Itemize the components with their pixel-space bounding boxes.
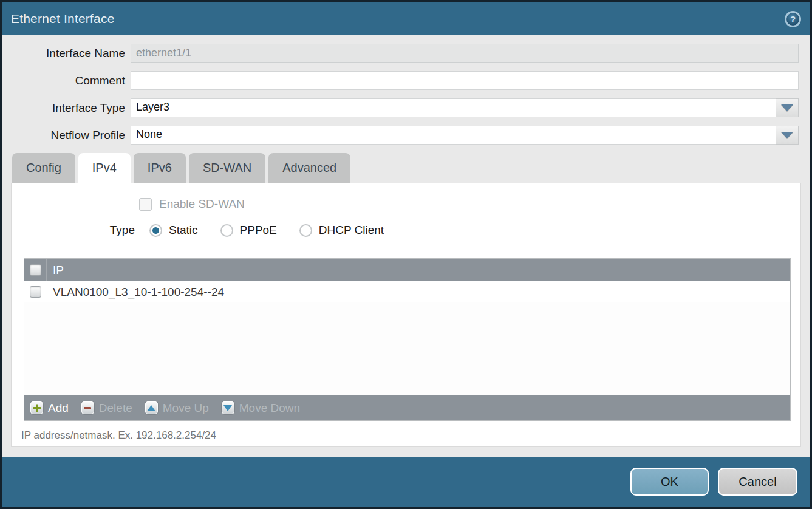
table-empty-area — [24, 302, 790, 395]
tab-bar: Config IPv4 IPv6 SD-WAN Advanced — [12, 153, 810, 183]
move-down-button[interactable]: Move Down — [222, 401, 300, 415]
interface-type-value[interactable]: Layer3 — [131, 98, 776, 117]
ethernet-interface-dialog: Ethernet Interface ? Interface Name Comm… — [0, 0, 812, 509]
ip-format-hint: IP address/netmask. Ex. 192.168.2.254/24 — [21, 429, 800, 442]
select-all-checkbox[interactable] — [30, 264, 41, 276]
triangle-down-glyph — [781, 104, 793, 111]
dialog-titlebar: Ethernet Interface ? — [2, 2, 810, 35]
radio-option-dhcp-client[interactable]: DHCP Client — [299, 224, 384, 237]
radio-dhcp-client[interactable] — [299, 224, 312, 237]
ip-column-header: IP — [47, 264, 64, 277]
comment-input[interactable] — [131, 71, 799, 90]
help-icon[interactable]: ? — [785, 11, 801, 27]
radio-dhcp-client-label: DHCP Client — [319, 224, 384, 237]
interface-name-row: Interface Name — [11, 44, 799, 63]
ip-table-header: IP — [24, 259, 790, 281]
ok-button[interactable]: OK — [630, 468, 709, 496]
move-up-button-label: Move Up — [163, 401, 209, 415]
interface-type-label: Interface Type — [11, 101, 125, 115]
interface-type-row: Interface Type Layer3 — [11, 98, 799, 117]
radio-pppoe-label: PPPoE — [240, 224, 277, 237]
radio-option-pppoe[interactable]: PPPoE — [220, 224, 277, 237]
select-all-cell — [24, 259, 47, 281]
interface-name-label: Interface Name — [11, 47, 125, 60]
table-row[interactable]: VLAN0100_L3_10-1-100-254--24 — [24, 281, 790, 302]
netflow-profile-dropdown[interactable]: None — [131, 126, 799, 145]
netflow-profile-label: Netflow Profile — [11, 129, 125, 142]
add-button[interactable]: Add — [30, 401, 69, 415]
delete-button[interactable]: Delete — [81, 401, 132, 415]
chevron-down-icon[interactable] — [776, 98, 799, 117]
ip-cell-value[interactable]: VLAN0100_L3_10-1-100-254--24 — [47, 285, 224, 299]
radio-static-label: Static — [169, 224, 198, 237]
enable-sdwan-checkbox — [139, 198, 152, 211]
cancel-button[interactable]: Cancel — [718, 468, 797, 496]
triangle-down-glyph — [781, 132, 793, 138]
row-checkbox-cell — [24, 281, 47, 302]
interface-name-input — [131, 44, 799, 63]
arrow-down-icon — [222, 401, 234, 414]
radio-static[interactable] — [149, 224, 162, 237]
plus-icon — [30, 401, 43, 414]
table-toolbar: Add Delete Move Up Move Down — [24, 395, 790, 420]
ipv4-tab-panel: Enable SD-WAN Type Static PPPoE DHCP Cli… — [11, 183, 801, 447]
tab-ipv6[interactable]: IPv6 — [134, 153, 186, 183]
dialog-title: Ethernet Interface — [11, 12, 115, 26]
comment-label: Comment — [11, 74, 125, 87]
comment-row: Comment — [11, 71, 799, 90]
add-button-label: Add — [48, 401, 69, 415]
move-up-button[interactable]: Move Up — [145, 401, 209, 415]
enable-sdwan-row: Enable SD-WAN — [139, 183, 800, 211]
tab-advanced[interactable]: Advanced — [268, 153, 350, 183]
interface-type-dropdown[interactable]: Layer3 — [131, 98, 799, 117]
chevron-down-icon[interactable] — [776, 126, 799, 145]
radio-pppoe[interactable] — [220, 224, 233, 237]
tab-sd-wan[interactable]: SD-WAN — [189, 153, 265, 183]
netflow-profile-value[interactable]: None — [131, 126, 776, 145]
type-radio-group: Type Static PPPoE DHCP Client — [98, 224, 800, 237]
move-down-button-label: Move Down — [239, 401, 300, 415]
type-label: Type — [98, 224, 135, 237]
minus-icon — [81, 401, 94, 414]
tab-ipv4[interactable]: IPv4 — [78, 153, 131, 183]
row-checkbox[interactable] — [30, 286, 41, 298]
enable-sdwan-label: Enable SD-WAN — [159, 197, 245, 211]
netflow-profile-row: Netflow Profile None — [11, 126, 799, 145]
ip-address-table: IP VLAN0100_L3_10-1-100-254--24 Add Dele… — [24, 258, 791, 421]
tab-config[interactable]: Config — [12, 153, 75, 183]
arrow-up-icon — [145, 401, 158, 414]
dialog-footer: OK Cancel — [2, 457, 810, 507]
radio-option-static[interactable]: Static — [149, 224, 198, 237]
delete-button-label: Delete — [99, 401, 132, 415]
